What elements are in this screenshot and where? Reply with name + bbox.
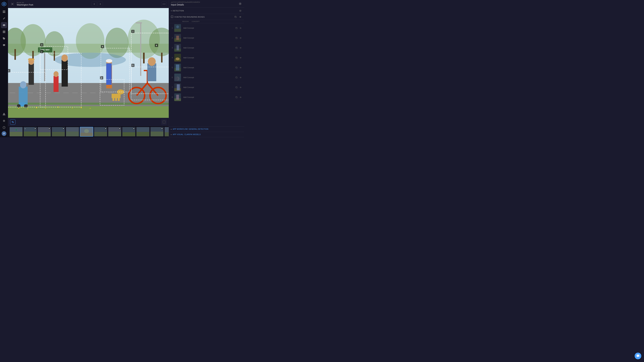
svg-rect-11: [4, 31, 4, 32]
sidebar-icon-edit[interactable]: [1, 15, 7, 21]
strip-thumb-6[interactable]: [80, 127, 93, 137]
concept-input-6[interactable]: [182, 76, 234, 79]
svg-text:8: 8: [156, 44, 157, 46]
svg-text:4: 4: [101, 77, 102, 79]
sidebar-icon-grid[interactable]: [1, 9, 7, 15]
row-copy-2[interactable]: [235, 36, 238, 39]
image-strip: 🌲 ▶ ▶ ▶ ▶: [8, 126, 169, 137]
svg-point-20: [163, 4, 163, 4]
row-eye-5[interactable]: [239, 66, 242, 69]
row-eye-4[interactable]: [239, 56, 242, 59]
svg-point-22: [165, 4, 165, 4]
svg-rect-36: [161, 53, 162, 62]
sidebar-icon-alert[interactable]: [1, 111, 7, 117]
row-copy-8[interactable]: [235, 95, 238, 99]
detection-settings-button[interactable]: [238, 9, 242, 12]
prev-button[interactable]: [92, 1, 97, 7]
detection-rows: 1: [169, 23, 244, 126]
svg-rect-174: [236, 97, 237, 98]
strip-thumb-2[interactable]: ▶ ▶: [24, 127, 37, 137]
row-copy-3[interactable]: [235, 46, 238, 49]
strip-thumb-7[interactable]: ▶: [94, 127, 107, 137]
row-thumb-4: [174, 54, 181, 61]
strip-thumb-1[interactable]: 🌲: [10, 127, 23, 137]
svg-rect-3: [3, 10, 4, 11]
concept-input-7[interactable]: [182, 86, 234, 89]
strip-thumb-5[interactable]: [66, 127, 79, 137]
row-actions-2: [235, 36, 242, 39]
svg-rect-170: [236, 87, 237, 88]
svg-rect-15: [4, 32, 5, 33]
svg-rect-6: [4, 12, 5, 13]
concept-input-8[interactable]: [182, 95, 234, 99]
sidebar-icon-extension[interactable]: [1, 118, 7, 124]
sidebar-icon-tag[interactable]: [1, 35, 7, 41]
row-copy-7[interactable]: [235, 86, 238, 89]
strip-thumb-12[interactable]: [164, 127, 169, 137]
strip-thumb-8[interactable]: ▶: [108, 127, 122, 137]
back-target[interactable]: Washington Park: [17, 3, 33, 6]
svg-point-124: [84, 129, 89, 133]
row-copy-6[interactable]: [235, 76, 238, 79]
row-actions-6: [235, 76, 242, 79]
row-eye-7[interactable]: [239, 86, 242, 89]
row-eye-6[interactable]: [239, 76, 242, 79]
row-eye-8[interactable]: [239, 95, 242, 99]
concept-input-4[interactable]: [182, 56, 234, 59]
svg-rect-38: [136, 22, 142, 23]
bbox-count-row: 8 DETECTED BOUNDING BOXES: [169, 14, 244, 20]
svg-rect-5: [3, 12, 4, 13]
row-copy-5[interactable]: [235, 66, 238, 69]
svg-rect-49: [8, 103, 169, 105]
concept-input-2[interactable]: [182, 36, 234, 39]
more-options-button[interactable]: [161, 1, 167, 7]
sidebar-icon-help[interactable]: ?: [1, 124, 7, 131]
concept-input-1[interactable]: [182, 26, 234, 30]
row-thumb-8: [174, 93, 181, 101]
workflow-section-2[interactable]: ▸ APP VISUAL: CLARIFAI MODELS: [169, 132, 244, 137]
svg-text:▶: ▶: [25, 128, 26, 129]
svg-rect-65: [54, 76, 58, 92]
row-eye-2[interactable]: [239, 36, 242, 39]
concept-input-5[interactable]: [182, 66, 234, 69]
row-copy-1[interactable]: [235, 26, 238, 30]
close-button[interactable]: [10, 2, 15, 6]
panel-settings-button[interactable]: [238, 2, 242, 6]
back-navigation: BACK TO Washington Park: [17, 2, 33, 6]
row-copy-4[interactable]: [235, 56, 238, 59]
strip-thumb-4[interactable]: ▶: [52, 127, 65, 137]
crop-tool-button[interactable]: [10, 119, 16, 125]
panel-header: aa17a7cda93d49fdae6eb0012e84d63d Input D…: [169, 0, 244, 7]
sidebar-icon-eye[interactable]: [1, 22, 7, 28]
svg-rect-146: [236, 27, 237, 29]
workflow-label-2: APP VISUAL: CLARIFAI MODELS: [173, 134, 201, 135]
concept-input-3[interactable]: [182, 46, 234, 49]
svg-point-79: [106, 59, 112, 63]
row-eye-1[interactable]: [239, 26, 242, 30]
strip-thumb-10[interactable]: [136, 127, 150, 137]
detection-header[interactable]: ▾ DETECTION: [169, 7, 244, 14]
sidebar-icon-apps[interactable]: [1, 29, 7, 35]
row-eye-3[interactable]: [239, 46, 242, 49]
workflow-section-1[interactable]: ▸ APP WORKFLOW: GENERAL-DETECTION: [169, 126, 244, 132]
row-number-5: 5: [171, 67, 174, 68]
svg-point-145: [176, 25, 179, 28]
strip-thumb-11[interactable]: ▶: [150, 127, 164, 137]
svg-rect-114: [24, 132, 36, 136]
user-avatar[interactable]: JT: [2, 131, 6, 136]
fullscreen-button[interactable]: [161, 119, 167, 125]
strip-thumb-3[interactable]: ▶: [38, 127, 51, 137]
workflow-label-1: APP WORKFLOW: GENERAL-DETECTION: [173, 128, 208, 130]
panel-title: Input Details: [171, 3, 200, 6]
image-container[interactable]: ONE WAY →: [8, 8, 169, 118]
svg-rect-141: [171, 16, 173, 18]
bbox-eye-button[interactable]: [238, 15, 242, 19]
row-thumb-3: [174, 44, 181, 52]
svg-point-76: [148, 57, 156, 66]
strip-thumb-9[interactable]: ▶: [122, 127, 136, 137]
app-logo[interactable]: [1, 1, 7, 7]
sidebar-icon-comment[interactable]: [1, 42, 7, 48]
next-button[interactable]: [98, 1, 103, 7]
bbox-copy-button[interactable]: [234, 15, 238, 19]
video-icon-3: ▶: [49, 128, 50, 129]
